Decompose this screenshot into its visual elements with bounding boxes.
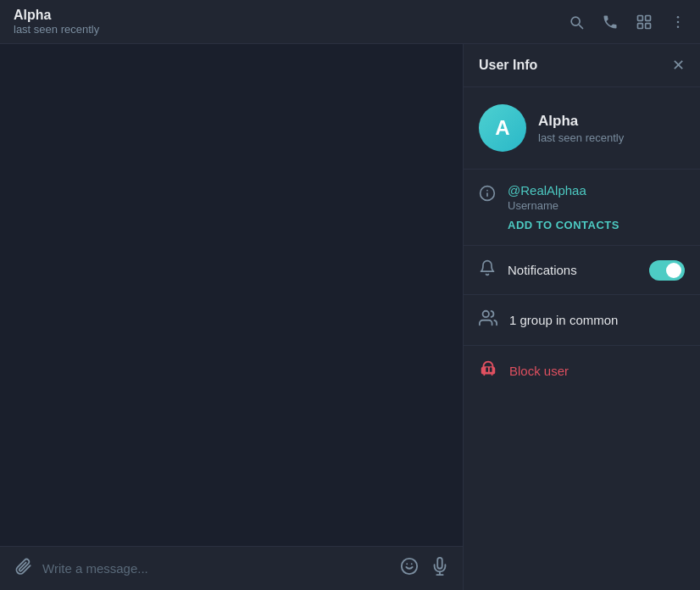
- username-section: @RealAlphaa Username ADD TO CONTACTS: [464, 170, 700, 246]
- search-icon[interactable]: [568, 14, 585, 31]
- phone-icon[interactable]: [602, 14, 619, 31]
- group-icon: [479, 309, 497, 331]
- header-icons: [568, 14, 686, 31]
- avatar-info: Alpha last seen recently: [538, 113, 624, 144]
- avatar: A: [479, 104, 526, 152]
- notifications-section: Notifications: [464, 246, 700, 295]
- panel-header: User Info ✕: [464, 44, 700, 87]
- svg-point-15: [483, 311, 489, 317]
- add-to-contacts-button[interactable]: ADD TO CONTACTS: [508, 219, 619, 231]
- chat-area: [0, 44, 463, 590]
- layout-icon[interactable]: [636, 14, 653, 31]
- chat-header: Alpha last seen recently: [0, 0, 700, 44]
- chat-header-info: Alpha last seen recently: [14, 8, 99, 36]
- toggle-thumb: [666, 263, 681, 278]
- username-info: @RealAlphaa Username ADD TO CONTACTS: [508, 183, 619, 231]
- main-area: User Info ✕ A Alpha last seen recently @…: [0, 44, 700, 590]
- user-info-panel: User Info ✕ A Alpha last seen recently @…: [463, 44, 700, 590]
- username-label: Username: [508, 199, 619, 212]
- bell-icon: [479, 259, 496, 281]
- user-status: last seen recently: [538, 131, 624, 144]
- block-icon: [479, 359, 497, 382]
- groups-label: 1 group in common: [509, 313, 618, 327]
- panel-title: User Info: [479, 58, 537, 73]
- username-value: @RealAlphaa: [508, 183, 619, 198]
- notifications-toggle[interactable]: [649, 260, 685, 281]
- chat-title: Alpha: [14, 8, 99, 23]
- svg-point-4: [677, 15, 680, 18]
- svg-rect-1: [646, 15, 651, 20]
- svg-point-5: [677, 20, 680, 23]
- info-circle-icon: [479, 185, 496, 206]
- close-panel-button[interactable]: ✕: [672, 56, 685, 75]
- svg-point-7: [402, 559, 417, 574]
- notifications-label: Notifications: [508, 263, 637, 277]
- chat-subtitle: last seen recently: [14, 23, 99, 36]
- emoji-icon[interactable]: [400, 557, 419, 580]
- more-options-icon[interactable]: [669, 14, 686, 31]
- microphone-icon[interactable]: [431, 557, 449, 580]
- svg-point-6: [677, 25, 680, 28]
- block-label[interactable]: Block user: [509, 364, 569, 378]
- svg-rect-3: [646, 23, 651, 28]
- message-input-bar: [0, 546, 463, 590]
- attach-icon[interactable]: [14, 557, 32, 580]
- svg-rect-0: [638, 15, 643, 20]
- avatar-section: A Alpha last seen recently: [464, 87, 700, 170]
- user-name: Alpha: [538, 113, 624, 130]
- message-input[interactable]: [42, 561, 390, 576]
- input-right-icons: [400, 557, 449, 580]
- username-row: @RealAlphaa Username ADD TO CONTACTS: [479, 183, 685, 231]
- block-user-section[interactable]: Block user: [464, 346, 700, 396]
- svg-rect-2: [638, 23, 643, 28]
- messages-area: [0, 44, 463, 546]
- groups-section[interactable]: 1 group in common: [464, 295, 700, 346]
